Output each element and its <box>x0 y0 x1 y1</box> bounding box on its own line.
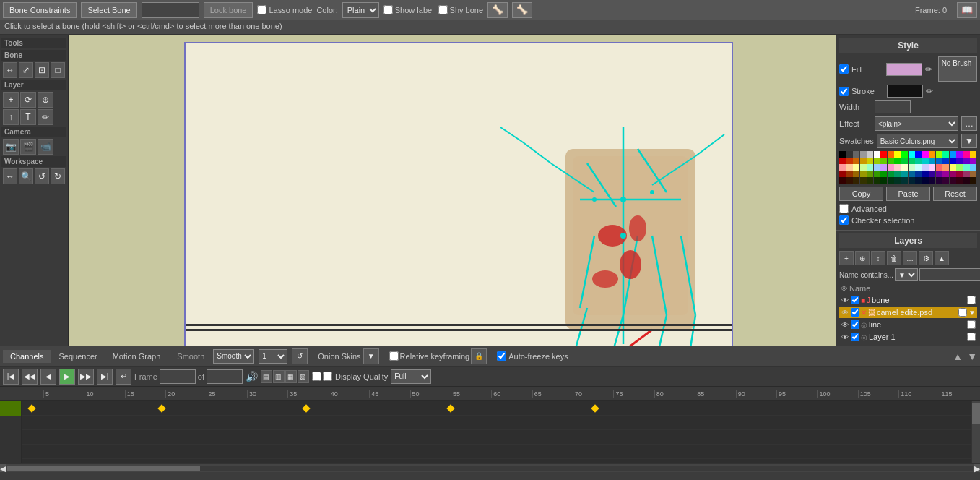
quality-checkbox2[interactable] <box>323 372 332 381</box>
view-btn-2[interactable]: ▥ <box>273 370 285 383</box>
key-1b[interactable] <box>157 404 165 412</box>
layer-item-camel[interactable]: 👁 ✕ 🖼 camel edite.psd ▼ <box>839 307 977 318</box>
color-cell-25[interactable] <box>874 158 880 164</box>
bone-icon-btn1[interactable]: 🦴 <box>487 2 508 18</box>
auto-freeze-label[interactable]: Auto-freeze keys <box>508 352 568 361</box>
color-cell-97[interactable] <box>956 177 963 184</box>
color-cell-83[interactable] <box>860 177 867 184</box>
color-cell-23[interactable] <box>860 158 867 164</box>
tl-arrow-up[interactable]: ▲ <box>953 351 963 362</box>
smooth-num-select[interactable]: 1 <box>259 349 287 364</box>
color-cell-70[interactable] <box>909 171 915 177</box>
color-cell-61[interactable] <box>846 171 853 177</box>
color-cell-16[interactable] <box>950 151 956 158</box>
tab-sequencer[interactable]: Sequencer <box>51 350 105 363</box>
layer-eye-bone[interactable]: 👁 <box>841 296 849 304</box>
color-cell-35[interactable] <box>942 158 949 164</box>
layer-search-type[interactable]: ▼ <box>895 268 918 281</box>
color-cell-96[interactable] <box>950 177 956 184</box>
hscroll-right-btn[interactable]: ▶ <box>974 464 980 472</box>
color-cell-73[interactable] <box>929 171 935 177</box>
key-1e[interactable] <box>591 404 599 412</box>
layer-copy-btn[interactable]: ⊕ <box>855 251 870 265</box>
relative-keyframing-label[interactable]: Relative keyframing <box>400 352 470 361</box>
layer-vis-bone[interactable] <box>851 296 859 304</box>
color-cell-36[interactable] <box>950 158 956 164</box>
color-cell-7[interactable] <box>888 151 894 158</box>
timeline-content[interactable] <box>0 401 980 463</box>
layer-vis-line[interactable] <box>851 320 859 329</box>
stroke-color-swatch[interactable] <box>887 85 923 98</box>
color-cell-95[interactable] <box>942 177 949 184</box>
color-cell-6[interactable] <box>880 151 887 158</box>
color-cell-64[interactable] <box>867 171 873 177</box>
color-cell-47[interactable] <box>888 164 894 171</box>
display-quality-select[interactable]: Full Half Quarter <box>391 369 431 384</box>
color-cell-48[interactable] <box>894 164 901 171</box>
stroke-edit-icon[interactable]: ✏ <box>926 86 933 96</box>
layer-eye-layer1[interactable]: 👁 <box>841 333 849 341</box>
smooth-select[interactable]: Smooth <box>213 349 254 364</box>
color-cell-80[interactable] <box>839 177 846 184</box>
hscroll-left-btn[interactable]: ◀ <box>0 464 6 472</box>
layer-eye-camel[interactable]: 👁 <box>841 309 849 317</box>
view-btn-1[interactable]: ▤ <box>261 370 272 383</box>
reset-button[interactable]: Reset <box>933 187 977 201</box>
bone-constraints-button[interactable]: Bone Constraints <box>3 2 77 18</box>
color-cell-85[interactable] <box>874 177 880 184</box>
keyframe-info-btn[interactable]: 🔒 <box>471 348 487 364</box>
layer-tool-4[interactable]: ↑ <box>3 109 19 125</box>
lock-bone-button[interactable]: Lock bone <box>204 2 253 18</box>
color-cell-75[interactable] <box>942 171 949 177</box>
color-cell-56[interactable] <box>950 164 956 171</box>
key-1c[interactable] <box>302 404 310 412</box>
color-cell-4[interactable] <box>867 151 873 158</box>
color-cell-92[interactable] <box>922 177 929 184</box>
color-cell-5[interactable] <box>874 151 880 158</box>
color-cell-63[interactable] <box>860 171 867 177</box>
color-cell-60[interactable] <box>839 171 846 177</box>
color-cell-39[interactable] <box>970 158 976 164</box>
color-cell-13[interactable] <box>929 151 935 158</box>
color-cell-69[interactable] <box>901 171 908 177</box>
view-btn-4[interactable]: ▧ <box>298 370 309 383</box>
layer-item-line[interactable]: 👁 ◎ line <box>839 319 977 330</box>
color-cell-44[interactable] <box>867 164 873 171</box>
color-cell-46[interactable] <box>880 164 887 171</box>
color-cell-98[interactable] <box>963 177 970 184</box>
color-cell-43[interactable] <box>860 164 867 171</box>
camera-tool-3[interactable]: 📹 <box>38 139 53 155</box>
layer-tool-2[interactable]: ⟳ <box>20 92 36 108</box>
workspace-tool-3[interactable]: ↺ <box>35 168 49 184</box>
color-cell-67[interactable] <box>888 171 894 177</box>
color-cell-26[interactable] <box>880 158 887 164</box>
color-cell-87[interactable] <box>888 177 894 184</box>
color-cell-32[interactable] <box>922 158 929 164</box>
color-cell-18[interactable] <box>963 151 970 158</box>
advanced-checkbox[interactable] <box>839 204 849 213</box>
effect-more-button[interactable]: … <box>961 116 977 131</box>
color-cell-10[interactable] <box>909 151 915 158</box>
fill-checkbox[interactable] <box>839 64 849 74</box>
hscroll-thumb[interactable] <box>7 466 200 471</box>
swatches-more-button[interactable]: ▼ <box>961 134 977 148</box>
swatches-select[interactable]: Basic Colors.png <box>877 134 958 148</box>
key-1d[interactable] <box>446 404 454 412</box>
color-cell-22[interactable] <box>853 158 859 164</box>
color-cell-79[interactable] <box>970 171 976 177</box>
color-cell-68[interactable] <box>894 171 901 177</box>
layer-tool-6[interactable]: ✏ <box>38 109 53 125</box>
color-cell-3[interactable] <box>860 151 867 158</box>
auto-freeze-checkbox[interactable] <box>497 351 506 361</box>
color-cell-33[interactable] <box>929 158 935 164</box>
color-cell-91[interactable] <box>915 177 922 184</box>
checker-checkbox[interactable] <box>839 215 849 225</box>
width-input[interactable]: 1.28 <box>875 100 911 113</box>
bone-name-input[interactable]: B17 <box>142 2 199 18</box>
color-cell-94[interactable] <box>936 177 942 184</box>
canvas-area[interactable] <box>69 35 836 346</box>
color-cell-65[interactable] <box>874 171 880 177</box>
play-fwd-btn[interactable]: ▶ <box>59 369 75 385</box>
color-cell-14[interactable] <box>936 151 942 158</box>
stroke-checkbox[interactable] <box>839 87 849 96</box>
